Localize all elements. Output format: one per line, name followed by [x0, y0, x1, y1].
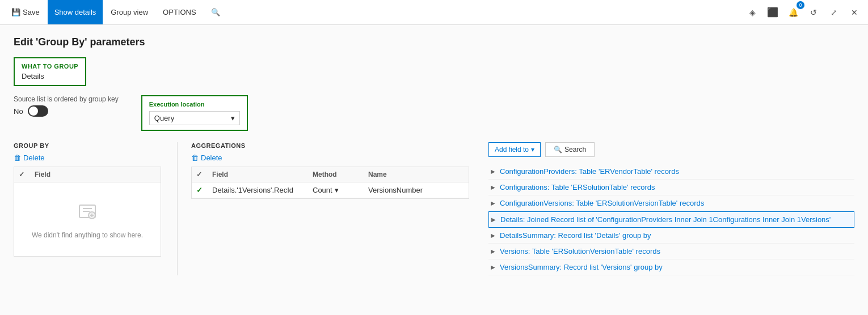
title-bar-right: ◈ ⬛ 🔔 0 ↺ ⤢ ✕	[743, 3, 863, 22]
close-icon: ✕	[851, 8, 858, 17]
field-list-item[interactable]: ▶ ConfigurationVersions: Table 'ERSoluti…	[488, 195, 854, 211]
office-icon: ⬛	[767, 7, 778, 18]
notification-button[interactable]: 🔔 0	[784, 3, 802, 22]
agg-row-field: Details.'1Versions'.RecId	[212, 186, 308, 194]
popout-icon: ⤢	[831, 8, 837, 17]
item-6-text: Versions: Table 'ERSolutionVersionTable'…	[500, 247, 660, 256]
group-by-header: GROUP BY	[14, 142, 163, 149]
item-1-text: ConfigurationProviders: Table 'ERVendorT…	[500, 167, 679, 176]
page-title: Edit 'Group By' parameters	[14, 36, 854, 48]
field-list: ▶ ConfigurationProviders: Table 'ERVendo…	[488, 164, 854, 275]
execution-location-label: Execution location	[149, 101, 240, 108]
source-list-toggle[interactable]	[28, 105, 48, 117]
agg-name-col-header: Name	[368, 171, 464, 178]
item-1-chevron-icon: ▶	[491, 168, 495, 174]
source-list-label: Source list is ordered by group key	[14, 95, 119, 103]
item-3-text: ConfigurationVersions: Table 'ERSolution…	[500, 199, 704, 207]
aggregations-delete-button[interactable]: 🗑 Delete	[191, 154, 222, 162]
group-by-empty-text: We didn't find anything to show here.	[32, 231, 143, 239]
field-list-item[interactable]: ▶ ConfigurationProviders: Table 'ERVendo…	[488, 164, 854, 180]
refresh-icon: ↺	[810, 8, 817, 17]
field-list-item[interactable]: ▶ DetailsSummary: Record list 'Details' …	[488, 228, 854, 244]
item-2-text: Configurations: Table 'ERSolutionTable' …	[500, 183, 655, 191]
group-by-empty-state: We didn't find anything to show here.	[14, 182, 161, 256]
add-field-button[interactable]: Add field to ▾	[488, 142, 541, 157]
item-5-chevron-icon: ▶	[491, 232, 495, 239]
agg-field-col-header: Field	[212, 171, 308, 178]
what-to-group-section: What to group Details	[14, 57, 86, 86]
notification-badge: 0	[797, 1, 804, 9]
agg-check-col-header: ✓	[196, 171, 208, 178]
diamond-icon: ◈	[749, 8, 756, 17]
aggregations-section: AGGREGATIONS 🗑 Delete ✓ Field Method Nam…	[182, 142, 466, 275]
field-list-item[interactable]: ▶ Configurations: Table 'ERSolutionTable…	[488, 180, 854, 195]
aggregations-table-header: ✓ Field Method Name	[192, 167, 469, 182]
close-button[interactable]: ✕	[845, 3, 863, 22]
item-7-chevron-icon: ▶	[491, 264, 495, 270]
popout-button[interactable]: ⤢	[825, 3, 843, 22]
aggregations-table: ✓ Field Method Name ✓ Details.'1Versions…	[191, 167, 469, 199]
save-icon: 💾	[11, 8, 20, 16]
method-chevron-icon: ▾	[335, 186, 339, 194]
item-7-text: VersionsSummary: Record list 'Versions' …	[500, 263, 663, 271]
agg-method-col-header: Method	[313, 171, 364, 178]
item-4-chevron-icon: ▶	[491, 216, 496, 223]
show-details-button[interactable]: Show details	[48, 0, 103, 24]
field-list-item[interactable]: ▶ VersionsSummary: Record list 'Versions…	[488, 259, 854, 275]
search-toolbar-button[interactable]: 🔍	[204, 0, 227, 24]
main-content: Edit 'Group By' parameters What to group…	[0, 25, 868, 315]
search-toolbar-icon: 🔍	[211, 8, 220, 16]
group-by-table: ✓ Field We didn't find a	[14, 167, 161, 257]
empty-icon	[76, 199, 99, 227]
field-list-panel: Add field to ▾ 🔍 Search ▶ ConfigurationP…	[466, 142, 854, 275]
what-to-group-label: What to group	[22, 63, 78, 70]
content-area: GROUP BY 🗑 Delete ✓ Field	[14, 142, 854, 275]
toggle-label: No	[14, 107, 23, 116]
field-list-item-highlighted[interactable]: ▶ Details: Joined Record list of 'Config…	[488, 211, 854, 228]
controls-row: Source list is ordered by group key No E…	[14, 95, 854, 131]
delete-icon: 🗑	[14, 154, 21, 162]
aggregations-header: AGGREGATIONS	[191, 142, 466, 149]
diamond-icon-button[interactable]: ◈	[743, 3, 761, 22]
group-view-button[interactable]: Group view	[104, 0, 155, 24]
agg-row-check: ✓	[196, 186, 208, 194]
item-3-chevron-icon: ▶	[491, 200, 495, 206]
what-to-group-value: Details	[22, 72, 78, 80]
toggle-row: No	[14, 105, 119, 117]
check-col-header: ✓	[19, 171, 30, 178]
field-col-header: Field	[35, 171, 156, 178]
agg-row-method[interactable]: Count ▾	[313, 186, 364, 194]
group-by-section: GROUP BY 🗑 Delete ✓ Field	[14, 142, 172, 275]
group-by-delete-button[interactable]: 🗑 Delete	[14, 154, 45, 162]
title-bar: 💾 Save Show details Group view OPTIONS 🔍…	[0, 0, 868, 25]
section-divider	[177, 142, 178, 275]
source-list-control: Source list is ordered by group key No	[14, 95, 119, 117]
agg-row-name: VersionsNumber	[368, 186, 464, 194]
group-by-table-header: ✓ Field	[14, 167, 161, 182]
notification-icon: 🔔	[789, 8, 798, 17]
item-2-chevron-icon: ▶	[491, 184, 495, 190]
field-list-item[interactable]: ▶ Versions: Table 'ERSolutionVersionTabl…	[488, 244, 854, 259]
aggregations-delete-icon: 🗑	[191, 154, 199, 162]
execution-location-select[interactable]: Query ▾	[149, 111, 240, 125]
add-field-chevron-icon: ▾	[531, 146, 534, 154]
refresh-button[interactable]: ↺	[804, 3, 823, 22]
options-button[interactable]: OPTIONS	[156, 0, 203, 24]
chevron-down-icon: ▾	[231, 114, 235, 122]
item-4-text: Details: Joined Record list of 'Configur…	[500, 215, 831, 224]
field-list-header: Add field to ▾ 🔍 Search	[488, 142, 854, 157]
search-icon: 🔍	[554, 146, 562, 154]
aggregation-row: ✓ Details.'1Versions'.RecId Count ▾ Vers…	[192, 182, 469, 198]
search-button[interactable]: 🔍 Search	[545, 142, 595, 157]
item-6-chevron-icon: ▶	[491, 248, 495, 254]
item-5-text: DetailsSummary: Record list 'Details' gr…	[500, 231, 651, 240]
execution-location-box: Execution location Query ▾	[141, 95, 248, 131]
office-icon-button[interactable]: ⬛	[764, 3, 782, 22]
save-button[interactable]: 💾 Save	[5, 0, 47, 24]
execution-location-value: Query	[154, 114, 174, 122]
